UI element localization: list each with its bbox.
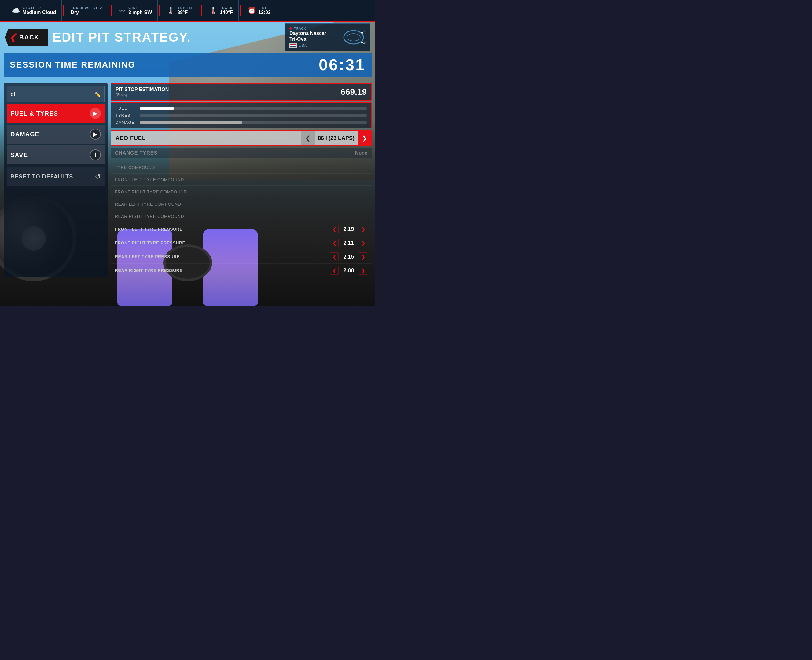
track-details: TRACK Daytona Nascar Tri-Oval USA [289, 27, 338, 48]
save-label: SAVE [10, 152, 28, 159]
rl-pressure-controls: ❮ 2.15 ❯ [330, 252, 367, 261]
weather-label-group: WEATHER Medium Cloud [22, 6, 56, 15]
left-sidebar: ✏️ FUEL & TYRES ▶ DAMAGE ▶ SAVE ⬇ RESET … [4, 83, 108, 278]
back-k-icon: ❮ [9, 32, 16, 43]
setting-label-rr-compound: REAR RIGHT TYRE COMPOUND [115, 214, 367, 219]
session-banner: SESSION TIME REMAINING 06:31 [4, 52, 372, 77]
damage-arrow-icon: ▶ [90, 129, 101, 140]
divider-3 [159, 5, 160, 16]
svg-text:S3: S3 [363, 42, 365, 44]
track-wetness-value: Dry [71, 10, 104, 15]
rr-pressure-decrease[interactable]: ❮ [330, 266, 339, 275]
svg-point-1 [347, 33, 360, 41]
track-info-label: TRACK [289, 27, 338, 30]
fr-pressure-decrease[interactable]: ❮ [330, 239, 339, 247]
damage-button[interactable]: DAMAGE ▶ [7, 125, 105, 144]
rl-pressure-value: 2.15 [341, 254, 356, 260]
damage-bar-fill [140, 121, 242, 124]
damage-bar-bg [140, 121, 367, 124]
add-fuel-label: ADD FUEL [111, 135, 301, 141]
fuel-bar-bg [140, 107, 367, 110]
back-label: BACK [19, 34, 40, 41]
track-info-panel: TRACK Daytona Nascar Tri-Oval USA S2 S3 [285, 23, 370, 51]
ambient-status: 🌡️ AMBIENT 88°F [161, 0, 200, 21]
page-title: EDIT PIT STRATEGY. [52, 30, 280, 44]
weather-value: Medium Cloud [22, 10, 56, 15]
divider-4 [201, 5, 202, 16]
setting-label-rl-pressure: REAR LEFT TYRE PRESSURE [115, 254, 330, 259]
track-wetness-title: TRACK WETNESS [71, 6, 104, 10]
track-name-line2: Tri-Oval [289, 36, 338, 42]
fl-pressure-controls: ❮ 2.19 ❯ [330, 225, 367, 233]
add-fuel-row: ADD FUEL ❮ 86 l (23 LAPS) ❯ [111, 130, 372, 146]
divider-1 [63, 5, 64, 16]
setting-fr-pressure: FRONT RIGHT TYRE PRESSURE ❮ 2.11 ❯ [111, 236, 372, 250]
main-header: ❮ BACK EDIT PIT STRATEGY. TRACK Daytona … [0, 22, 375, 52]
track-country: USA [289, 43, 338, 48]
fuel-tyres-label: FUEL & TYRES [10, 110, 58, 117]
wind-icon: 〰️ [118, 7, 126, 14]
fuel-increase-button[interactable]: ❯ [358, 131, 371, 146]
main-content: ✏️ FUEL & TYRES ▶ DAMAGE ▶ SAVE ⬇ RESET … [0, 79, 375, 281]
rl-pressure-increase[interactable]: ❯ [359, 252, 367, 261]
setting-rl-pressure: REAR LEFT TYRE PRESSURE ❮ 2.15 ❯ [111, 250, 372, 264]
bars-section: FUEL TYRES DAMAGE [111, 102, 372, 129]
setting-label-fr-pressure: FRONT RIGHT TYRE PRESSURE [115, 241, 330, 245]
save-button[interactable]: SAVE ⬇ [7, 146, 105, 164]
thermometer-icon: 🌡️ [167, 7, 175, 15]
fuel-tyres-button[interactable]: FUEL & TYRES ▶ [7, 104, 105, 123]
fuel-bar-fill [140, 107, 174, 110]
session-time: 06:31 [319, 56, 365, 74]
wind-value: 3 mph SW [128, 10, 152, 15]
track-name-line1: Daytona Nascar [289, 30, 338, 36]
tyres-bar-bg [140, 114, 367, 117]
fuel-tyres-arrow-icon: ▶ [90, 108, 101, 119]
country-text: USA [298, 43, 307, 48]
track-label-text: TRACK [294, 27, 306, 30]
tyres-bar-label: TYRES [116, 113, 137, 117]
change-tyres-label: CHANGE TYRES [115, 150, 157, 156]
setting-label-tyre-compound: TYRE COMPOUND [115, 165, 367, 170]
setting-label-fl-compound: FRONT LEFT TYRE COMPOUND [115, 177, 367, 182]
strategy-name-input-wrapper[interactable]: ✏️ [7, 86, 105, 102]
track-temp-title: TRACK [220, 6, 233, 10]
reset-icon: ↺ [95, 172, 101, 181]
fl-pressure-value: 2.19 [341, 226, 356, 233]
reset-defaults-button[interactable]: RESET TO DEFAULTS ↺ [7, 167, 105, 186]
track-temp-status: 🌡️ TRACK 140°F [203, 0, 239, 21]
tyres-bar-row: TYRES [116, 113, 367, 117]
time-label-group: TIME 12:03 [258, 6, 271, 15]
fr-pressure-increase[interactable]: ❯ [359, 239, 367, 247]
strategy-name-input[interactable] [11, 91, 94, 97]
setting-label-fl-pressure: FRONT LEFT TYRE PRESSURE [115, 227, 330, 232]
pit-estimation-panel: Pit Stop Estimation (Secs) 669.19 [111, 83, 372, 100]
change-tyres-value: None [355, 150, 367, 156]
session-label: SESSION TIME REMAINING [10, 60, 135, 70]
wind-title: WIND [128, 6, 152, 10]
setting-tyre-compound: TYRE COMPOUND [111, 161, 372, 174]
setting-rr-compound: REAR RIGHT TYRE COMPOUND [111, 210, 372, 222]
back-button[interactable]: ❮ BACK [5, 29, 48, 46]
rr-pressure-value: 2.08 [341, 267, 356, 274]
rl-pressure-decrease[interactable]: ❮ [330, 252, 339, 261]
setting-rl-compound: REAR LEFT TYRE COMPOUND [111, 198, 372, 210]
time-status: ⏰ TIME 12:03 [242, 0, 276, 21]
track-thermometer-icon: 🌡️ [209, 7, 217, 15]
fuel-bar-row: FUEL [116, 106, 367, 111]
clock-icon: ⏰ [247, 7, 256, 15]
setting-fr-compound: FRONT RIGHT TYRE COMPOUND [111, 186, 372, 198]
pit-title-main: Pit Stop Estimation [116, 87, 169, 92]
fl-pressure-increase[interactable]: ❯ [359, 225, 367, 233]
fuel-bar-label: FUEL [116, 106, 137, 111]
weather-status: ☁️ WEATHER Medium Cloud [6, 0, 62, 21]
fuel-decrease-button[interactable]: ❮ [301, 131, 315, 146]
fl-pressure-decrease[interactable]: ❮ [330, 225, 339, 233]
track-wetness-status: TRACK WETNESS Dry [65, 0, 109, 21]
setting-label-fr-compound: FRONT RIGHT TYRE COMPOUND [115, 189, 367, 194]
wind-status: 〰️ WIND 3 mph SW [113, 0, 158, 21]
rr-pressure-increase[interactable]: ❯ [359, 266, 367, 275]
right-panel: Pit Stop Estimation (Secs) 669.19 FUEL T… [108, 83, 372, 278]
ambient-title: AMBIENT [177, 6, 194, 10]
setting-rr-pressure: REAR RIGHT TYRE PRESSURE ❮ 2.08 ❯ [111, 264, 372, 278]
weather-title: WEATHER [22, 6, 56, 10]
